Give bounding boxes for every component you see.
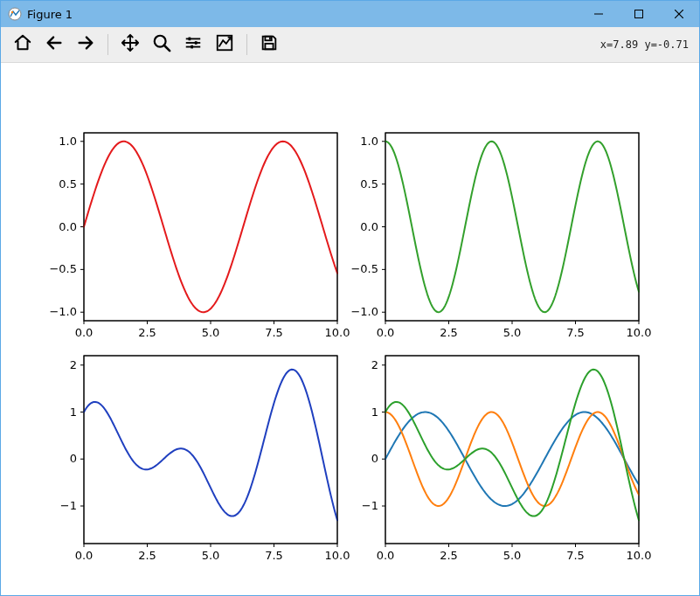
series-line <box>84 370 337 520</box>
xtick-label: 5.0 <box>202 549 220 562</box>
axes-3: 0.02.55.07.510.0−1012 <box>362 356 652 562</box>
svg-rect-3 <box>635 10 643 18</box>
home-icon <box>13 33 32 56</box>
ytick-label: 2 <box>371 358 378 371</box>
svg-rect-52 <box>84 356 337 544</box>
app-icon <box>8 7 22 21</box>
arrow-right-icon <box>76 33 95 56</box>
axes-2: 0.02.55.07.510.0−1012 <box>60 356 350 562</box>
svg-rect-41 <box>385 133 639 321</box>
xtick-label: 0.0 <box>377 549 395 562</box>
svg-rect-16 <box>269 38 271 40</box>
chart-line-icon <box>215 33 234 56</box>
zoom-icon <box>152 33 171 56</box>
svg-rect-63 <box>385 356 639 544</box>
svg-rect-42 <box>84 356 337 544</box>
svg-rect-12 <box>195 41 198 45</box>
arrow-left-icon <box>45 33 64 56</box>
ytick-label: −1 <box>362 499 378 512</box>
plot-svg: 0.02.55.07.510.0−1.0−0.50.00.51.00.02.55… <box>1 63 699 595</box>
xtick-label: 2.5 <box>440 549 458 562</box>
xtick-label: 7.5 <box>566 326 585 339</box>
ytick-label: 0.0 <box>360 220 378 233</box>
ytick-label: −1.0 <box>350 305 378 318</box>
xtick-label: 10.0 <box>627 326 652 339</box>
toolbar: x=7.89 y=-0.71 <box>1 27 699 63</box>
back-button[interactable] <box>39 30 69 59</box>
cursor-coords: x=7.89 y=-0.71 <box>600 38 692 51</box>
xtick-label: 0.0 <box>75 549 94 562</box>
xtick-label: 5.0 <box>503 326 522 339</box>
xtick-label: 10.0 <box>325 326 350 339</box>
xtick-label: 0.0 <box>377 326 395 339</box>
xtick-label: 0.0 <box>75 326 94 339</box>
ytick-label: 0 <box>371 452 378 465</box>
ytick-label: 0.5 <box>59 177 77 191</box>
svg-point-1 <box>11 11 13 13</box>
svg-rect-13 <box>191 45 193 49</box>
svg-rect-17 <box>265 44 273 49</box>
ytick-label: 2 <box>70 358 77 371</box>
subplots-button[interactable] <box>178 30 208 59</box>
figure-canvas[interactable]: 0.02.55.07.510.0−1.0−0.50.00.51.00.02.55… <box>1 63 699 595</box>
sliders-icon <box>184 33 203 56</box>
svg-rect-11 <box>189 38 191 41</box>
move-icon <box>121 33 140 56</box>
ytick-label: 1 <box>371 405 378 419</box>
series-line <box>385 412 639 507</box>
svg-rect-53 <box>385 356 639 544</box>
save-icon <box>260 33 279 56</box>
xtick-label: 7.5 <box>566 549 585 562</box>
zoom-button[interactable] <box>147 30 177 59</box>
series-line <box>385 412 639 507</box>
close-button[interactable] <box>659 1 699 27</box>
xtick-label: 10.0 <box>325 549 350 562</box>
xtick-label: 7.5 <box>265 549 283 562</box>
toolbar-separator <box>107 34 108 55</box>
series-line <box>385 142 639 312</box>
ytick-label: 0.0 <box>59 220 77 233</box>
app-window: Figure 1 <box>0 0 700 596</box>
ytick-label: −0.5 <box>350 262 378 275</box>
xtick-label: 10.0 <box>627 549 652 562</box>
series-line <box>84 142 337 312</box>
svg-rect-29 <box>84 133 337 321</box>
home-button[interactable] <box>8 30 38 59</box>
xtick-label: 5.0 <box>202 326 220 339</box>
axes-0: 0.02.55.07.510.0−1.0−0.50.00.51.0 <box>49 133 350 339</box>
ytick-label: −0.5 <box>49 262 77 275</box>
window-title: Figure 1 <box>27 8 73 21</box>
ytick-label: 0.5 <box>360 177 378 191</box>
ytick-label: −1.0 <box>49 305 77 318</box>
save-button[interactable] <box>254 30 284 59</box>
xtick-label: 5.0 <box>503 549 522 562</box>
ytick-label: 1 <box>70 405 77 419</box>
svg-rect-18 <box>84 133 337 321</box>
svg-rect-30 <box>385 133 639 321</box>
ytick-label: 1.0 <box>360 135 378 148</box>
minimize-button[interactable] <box>579 1 619 27</box>
toolbar-separator <box>246 34 247 55</box>
pan-button[interactable] <box>115 30 145 59</box>
svg-line-7 <box>164 45 170 51</box>
forward-button[interactable] <box>71 30 100 59</box>
ytick-label: 1.0 <box>59 135 77 148</box>
maximize-button[interactable] <box>619 1 659 27</box>
xtick-label: 2.5 <box>138 549 156 562</box>
xtick-label: 2.5 <box>138 326 156 339</box>
axes-1: 0.02.55.07.510.0−1.0−0.50.00.51.0 <box>350 133 651 339</box>
xtick-label: 7.5 <box>265 326 283 339</box>
axes-button[interactable] <box>210 30 239 59</box>
titlebar: Figure 1 <box>1 1 699 27</box>
ytick-label: −1 <box>60 499 77 512</box>
xtick-label: 2.5 <box>440 326 458 339</box>
ytick-label: 0 <box>70 452 77 465</box>
